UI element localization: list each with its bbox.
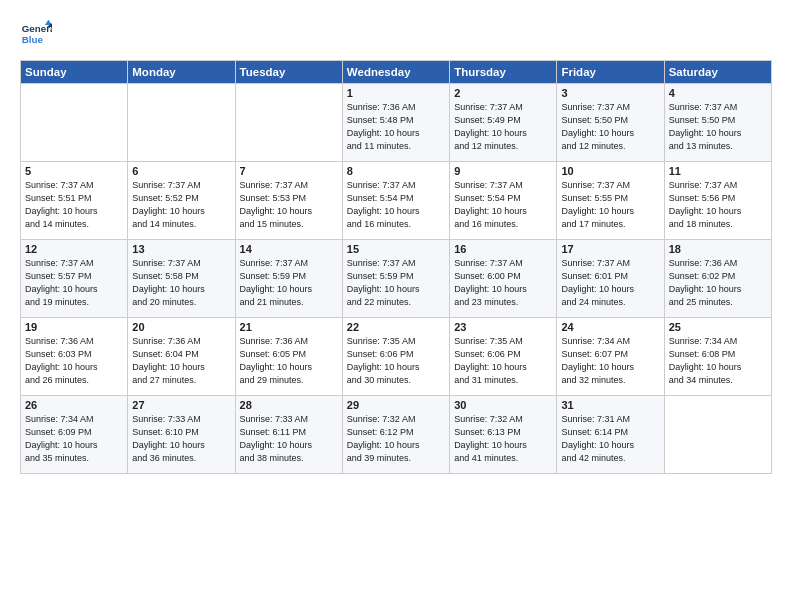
day-number: 12 xyxy=(25,243,123,255)
header: General Blue xyxy=(20,18,772,50)
cell-week4-day6: 24Sunrise: 7:34 AM Sunset: 6:07 PM Dayli… xyxy=(557,318,664,396)
day-info: Sunrise: 7:37 AM Sunset: 5:51 PM Dayligh… xyxy=(25,179,123,231)
day-info: Sunrise: 7:35 AM Sunset: 6:06 PM Dayligh… xyxy=(347,335,445,387)
day-number: 1 xyxy=(347,87,445,99)
cell-week3-day1: 12Sunrise: 7:37 AM Sunset: 5:57 PM Dayli… xyxy=(21,240,128,318)
cell-week3-day7: 18Sunrise: 7:36 AM Sunset: 6:02 PM Dayli… xyxy=(664,240,771,318)
cell-week1-day6: 3Sunrise: 7:37 AM Sunset: 5:50 PM Daylig… xyxy=(557,84,664,162)
day-number: 20 xyxy=(132,321,230,333)
day-number: 26 xyxy=(25,399,123,411)
cell-week5-day4: 29Sunrise: 7:32 AM Sunset: 6:12 PM Dayli… xyxy=(342,396,449,474)
week-row-4: 19Sunrise: 7:36 AM Sunset: 6:03 PM Dayli… xyxy=(21,318,772,396)
day-info: Sunrise: 7:34 AM Sunset: 6:08 PM Dayligh… xyxy=(669,335,767,387)
cell-week2-day4: 8Sunrise: 7:37 AM Sunset: 5:54 PM Daylig… xyxy=(342,162,449,240)
day-header-sunday: Sunday xyxy=(21,61,128,84)
day-info: Sunrise: 7:37 AM Sunset: 5:52 PM Dayligh… xyxy=(132,179,230,231)
day-number: 29 xyxy=(347,399,445,411)
day-info: Sunrise: 7:37 AM Sunset: 5:57 PM Dayligh… xyxy=(25,257,123,309)
cell-week1-day2 xyxy=(128,84,235,162)
day-number: 3 xyxy=(561,87,659,99)
cell-week3-day2: 13Sunrise: 7:37 AM Sunset: 5:58 PM Dayli… xyxy=(128,240,235,318)
day-info: Sunrise: 7:37 AM Sunset: 5:49 PM Dayligh… xyxy=(454,101,552,153)
day-info: Sunrise: 7:37 AM Sunset: 5:58 PM Dayligh… xyxy=(132,257,230,309)
svg-text:Blue: Blue xyxy=(22,34,44,45)
day-info: Sunrise: 7:37 AM Sunset: 5:54 PM Dayligh… xyxy=(454,179,552,231)
cell-week1-day5: 2Sunrise: 7:37 AM Sunset: 5:49 PM Daylig… xyxy=(450,84,557,162)
cell-week5-day1: 26Sunrise: 7:34 AM Sunset: 6:09 PM Dayli… xyxy=(21,396,128,474)
day-info: Sunrise: 7:34 AM Sunset: 6:07 PM Dayligh… xyxy=(561,335,659,387)
day-number: 28 xyxy=(240,399,338,411)
day-number: 15 xyxy=(347,243,445,255)
day-info: Sunrise: 7:37 AM Sunset: 5:50 PM Dayligh… xyxy=(669,101,767,153)
day-number: 19 xyxy=(25,321,123,333)
cell-week2-day2: 6Sunrise: 7:37 AM Sunset: 5:52 PM Daylig… xyxy=(128,162,235,240)
cell-week3-day5: 16Sunrise: 7:37 AM Sunset: 6:00 PM Dayli… xyxy=(450,240,557,318)
cell-week4-day2: 20Sunrise: 7:36 AM Sunset: 6:04 PM Dayli… xyxy=(128,318,235,396)
day-info: Sunrise: 7:37 AM Sunset: 5:50 PM Dayligh… xyxy=(561,101,659,153)
day-info: Sunrise: 7:37 AM Sunset: 5:59 PM Dayligh… xyxy=(347,257,445,309)
cell-week5-day5: 30Sunrise: 7:32 AM Sunset: 6:13 PM Dayli… xyxy=(450,396,557,474)
day-number: 11 xyxy=(669,165,767,177)
cell-week2-day7: 11Sunrise: 7:37 AM Sunset: 5:56 PM Dayli… xyxy=(664,162,771,240)
day-header-thursday: Thursday xyxy=(450,61,557,84)
day-number: 4 xyxy=(669,87,767,99)
day-header-saturday: Saturday xyxy=(664,61,771,84)
day-info: Sunrise: 7:33 AM Sunset: 6:10 PM Dayligh… xyxy=(132,413,230,465)
day-number: 22 xyxy=(347,321,445,333)
day-info: Sunrise: 7:37 AM Sunset: 5:59 PM Dayligh… xyxy=(240,257,338,309)
day-number: 9 xyxy=(454,165,552,177)
day-number: 23 xyxy=(454,321,552,333)
day-info: Sunrise: 7:32 AM Sunset: 6:13 PM Dayligh… xyxy=(454,413,552,465)
day-info: Sunrise: 7:34 AM Sunset: 6:09 PM Dayligh… xyxy=(25,413,123,465)
cell-week4-day7: 25Sunrise: 7:34 AM Sunset: 6:08 PM Dayli… xyxy=(664,318,771,396)
day-info: Sunrise: 7:37 AM Sunset: 5:54 PM Dayligh… xyxy=(347,179,445,231)
day-info: Sunrise: 7:35 AM Sunset: 6:06 PM Dayligh… xyxy=(454,335,552,387)
day-info: Sunrise: 7:37 AM Sunset: 5:55 PM Dayligh… xyxy=(561,179,659,231)
cell-week1-day3 xyxy=(235,84,342,162)
cell-week5-day6: 31Sunrise: 7:31 AM Sunset: 6:14 PM Dayli… xyxy=(557,396,664,474)
day-number: 24 xyxy=(561,321,659,333)
day-number: 13 xyxy=(132,243,230,255)
day-number: 6 xyxy=(132,165,230,177)
day-number: 5 xyxy=(25,165,123,177)
day-info: Sunrise: 7:37 AM Sunset: 5:56 PM Dayligh… xyxy=(669,179,767,231)
day-number: 2 xyxy=(454,87,552,99)
cell-week2-day1: 5Sunrise: 7:37 AM Sunset: 5:51 PM Daylig… xyxy=(21,162,128,240)
day-number: 27 xyxy=(132,399,230,411)
day-header-monday: Monday xyxy=(128,61,235,84)
cell-week2-day3: 7Sunrise: 7:37 AM Sunset: 5:53 PM Daylig… xyxy=(235,162,342,240)
cell-week5-day3: 28Sunrise: 7:33 AM Sunset: 6:11 PM Dayli… xyxy=(235,396,342,474)
header-row: SundayMondayTuesdayWednesdayThursdayFrid… xyxy=(21,61,772,84)
cell-week2-day6: 10Sunrise: 7:37 AM Sunset: 5:55 PM Dayli… xyxy=(557,162,664,240)
day-header-wednesday: Wednesday xyxy=(342,61,449,84)
cell-week5-day2: 27Sunrise: 7:33 AM Sunset: 6:10 PM Dayli… xyxy=(128,396,235,474)
cell-week1-day4: 1Sunrise: 7:36 AM Sunset: 5:48 PM Daylig… xyxy=(342,84,449,162)
day-info: Sunrise: 7:32 AM Sunset: 6:12 PM Dayligh… xyxy=(347,413,445,465)
day-number: 16 xyxy=(454,243,552,255)
day-number: 8 xyxy=(347,165,445,177)
day-info: Sunrise: 7:33 AM Sunset: 6:11 PM Dayligh… xyxy=(240,413,338,465)
day-number: 10 xyxy=(561,165,659,177)
day-number: 30 xyxy=(454,399,552,411)
week-row-1: 1Sunrise: 7:36 AM Sunset: 5:48 PM Daylig… xyxy=(21,84,772,162)
day-number: 21 xyxy=(240,321,338,333)
day-number: 14 xyxy=(240,243,338,255)
calendar-page: General Blue SundayMondayTuesdayWednesda… xyxy=(0,0,792,612)
day-info: Sunrise: 7:31 AM Sunset: 6:14 PM Dayligh… xyxy=(561,413,659,465)
day-number: 31 xyxy=(561,399,659,411)
cell-week1-day7: 4Sunrise: 7:37 AM Sunset: 5:50 PM Daylig… xyxy=(664,84,771,162)
day-header-friday: Friday xyxy=(557,61,664,84)
week-row-2: 5Sunrise: 7:37 AM Sunset: 5:51 PM Daylig… xyxy=(21,162,772,240)
cell-week5-day7 xyxy=(664,396,771,474)
day-info: Sunrise: 7:36 AM Sunset: 5:48 PM Dayligh… xyxy=(347,101,445,153)
day-header-tuesday: Tuesday xyxy=(235,61,342,84)
cell-week2-day5: 9Sunrise: 7:37 AM Sunset: 5:54 PM Daylig… xyxy=(450,162,557,240)
day-info: Sunrise: 7:37 AM Sunset: 5:53 PM Dayligh… xyxy=(240,179,338,231)
day-number: 18 xyxy=(669,243,767,255)
cell-week1-day1 xyxy=(21,84,128,162)
cell-week3-day4: 15Sunrise: 7:37 AM Sunset: 5:59 PM Dayli… xyxy=(342,240,449,318)
week-row-3: 12Sunrise: 7:37 AM Sunset: 5:57 PM Dayli… xyxy=(21,240,772,318)
cell-week4-day3: 21Sunrise: 7:36 AM Sunset: 6:05 PM Dayli… xyxy=(235,318,342,396)
logo: General Blue xyxy=(20,18,56,50)
logo-icon: General Blue xyxy=(20,18,52,50)
